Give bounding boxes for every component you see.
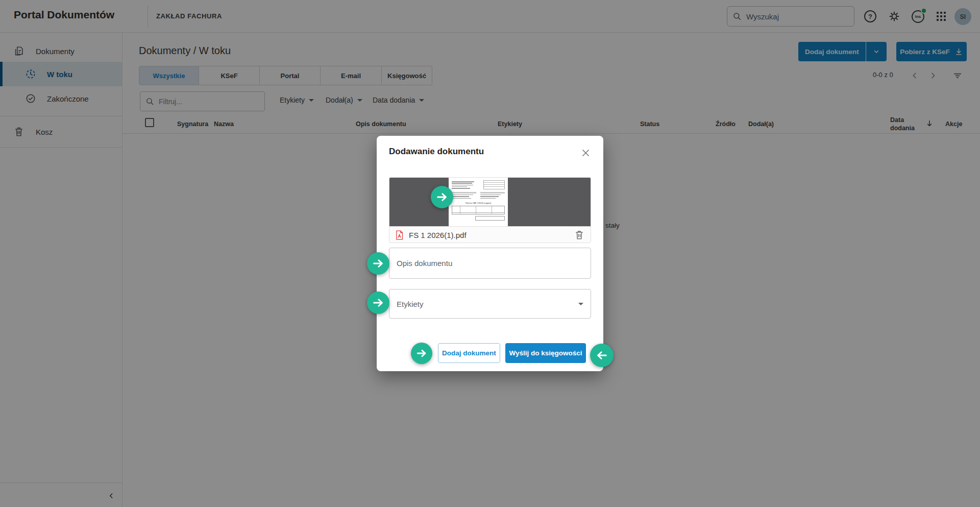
remove-file-trash-icon[interactable] (574, 229, 585, 240)
labels-select[interactable]: Etykiety (389, 289, 591, 319)
document-preview: Faktura VAT 1/2026 oryginał FS 1 2026(1)… (389, 177, 591, 243)
pdf-icon (395, 230, 404, 240)
labels-select-value: Etykiety (397, 300, 578, 308)
annotation-arrow-add-button (411, 343, 432, 364)
add-document-modal: Dodawanie dokumentu (377, 136, 603, 371)
attached-file-row: FS 1 2026(1).pdf (389, 226, 591, 243)
close-icon[interactable] (579, 146, 592, 159)
annotation-arrow-preview (431, 186, 453, 208)
annotation-arrow-send-button (590, 344, 614, 367)
send-to-accounting-button[interactable]: Wyślij do księgowości (505, 343, 586, 363)
modal-add-document-button[interactable]: Dodaj dokument (438, 343, 500, 363)
invoice-thumbnail: Faktura VAT 1/2026 oryginał (449, 178, 508, 226)
annotation-arrow-labels (367, 292, 389, 314)
portal-app: Portal Dokumentów ZAKŁAD FACHURA Wyszuka… (0, 0, 980, 507)
description-placeholder: Opis dokumentu (397, 259, 583, 268)
preview-canvas[interactable]: Faktura VAT 1/2026 oryginał (389, 178, 591, 226)
description-input[interactable]: Opis dokumentu (389, 248, 591, 279)
modal-title: Dodawanie dokumentu (389, 147, 484, 157)
file-name: FS 1 2026(1).pdf (409, 231, 569, 239)
annotation-arrow-description (367, 252, 389, 275)
caret-down-icon (578, 303, 583, 305)
thumbnail-caption: Faktura VAT 1/2026 oryginał (452, 202, 505, 204)
